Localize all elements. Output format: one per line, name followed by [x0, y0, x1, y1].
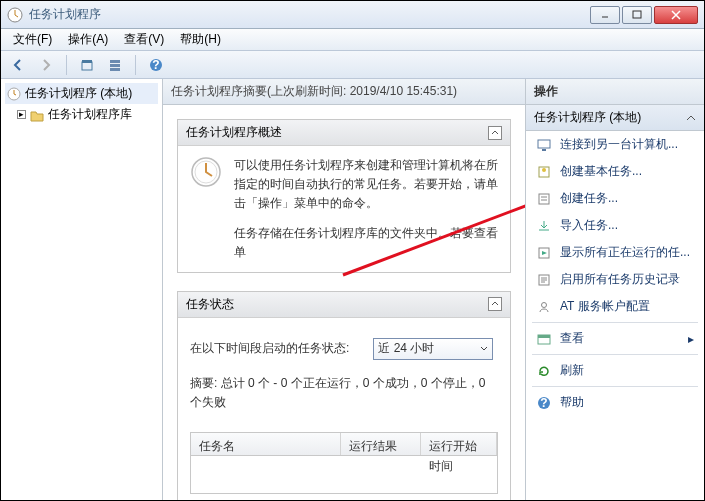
title-bar: 任务计划程序: [1, 1, 704, 29]
menu-view[interactable]: 查看(V): [116, 29, 172, 50]
large-clock-icon: [190, 156, 222, 188]
action-item-1[interactable]: 创建基本任务...: [526, 158, 704, 185]
computer-icon: [536, 137, 552, 153]
svg-rect-6: [110, 64, 120, 67]
clock-icon: [7, 87, 21, 101]
menu-help[interactable]: 帮助(H): [172, 29, 229, 50]
overview-text-2a: 任务存储在任务计划程序库的文件夹中。若要查看单: [234, 224, 498, 262]
status-label: 在以下时间段启动的任务状态:: [190, 339, 349, 358]
action-help[interactable]: ? 帮助: [526, 389, 704, 416]
status-panel: 任务状态 在以下时间段启动的任务状态: 近 24 小时 摘要: 总计 0 个 -…: [177, 291, 511, 500]
action-item-0[interactable]: 连接到另一台计算机...: [526, 131, 704, 158]
svg-rect-7: [110, 68, 120, 71]
action-item-6[interactable]: AT 服务帐户配置: [526, 293, 704, 320]
timeframe-combo[interactable]: 近 24 小时: [373, 338, 493, 360]
close-button[interactable]: [654, 6, 698, 24]
action-refresh[interactable]: 刷新: [526, 357, 704, 384]
folder-icon: [30, 108, 44, 122]
action-item-2[interactable]: 创建任务...: [526, 185, 704, 212]
col-start[interactable]: 运行开始时间: [421, 433, 497, 455]
help-icon[interactable]: ?: [145, 54, 167, 76]
wizard-icon: [536, 164, 552, 180]
running-icon: [536, 245, 552, 261]
actions-panel: 操作 任务计划程序 (本地) 连接到另一台计算机...创建基本任务...创建任务…: [526, 79, 704, 500]
svg-rect-4: [82, 60, 92, 63]
col-name[interactable]: 任务名: [191, 433, 341, 455]
center-panel: 任务计划程序摘要(上次刷新时间: 2019/4/10 15:45:31) 任务计…: [163, 79, 526, 500]
help-icon: ?: [536, 395, 552, 411]
actions-title: 操作: [526, 79, 704, 105]
tree-root[interactable]: 任务计划程序 (本地): [5, 83, 158, 104]
menu-file[interactable]: 文件(F): [5, 29, 60, 50]
toolbar: ?: [1, 51, 704, 79]
action-view[interactable]: 查看 ▸: [526, 325, 704, 352]
actions-subtitle: 任务计划程序 (本地): [526, 105, 704, 131]
svg-rect-2: [633, 11, 641, 18]
collapse-button-2[interactable]: [488, 297, 502, 311]
action-item-5[interactable]: 启用所有任务历史记录: [526, 266, 704, 293]
svg-text:?: ?: [540, 396, 547, 410]
svg-rect-23: [538, 335, 550, 338]
overview-title: 任务计划程序概述: [186, 124, 282, 141]
action-item-4[interactable]: 显示所有正在运行的任...: [526, 239, 704, 266]
view-icon: [536, 331, 552, 347]
history-icon: [536, 272, 552, 288]
tree-child-label: 任务计划程序库: [48, 106, 132, 123]
tree-panel: 任务计划程序 (本地) ▸ 任务计划程序库: [1, 79, 163, 500]
chevron-down-icon: [480, 345, 488, 353]
toolbar-icon-1[interactable]: [76, 54, 98, 76]
overview-panel: 任务计划程序概述 可以使用任务计划程序来创建和管理计算机将在所指定的时间自动执行…: [177, 119, 511, 273]
svg-point-21: [542, 302, 547, 307]
tree-root-label: 任务计划程序 (本地): [25, 85, 132, 102]
combo-value: 近 24 小时: [378, 339, 434, 358]
chevron-up-icon: [686, 113, 696, 123]
minimize-button[interactable]: [590, 6, 620, 24]
back-button[interactable]: [7, 54, 29, 76]
action-item-3[interactable]: 导入任务...: [526, 212, 704, 239]
account-icon: [536, 299, 552, 315]
col-result[interactable]: 运行结果: [341, 433, 421, 455]
refresh-icon: [536, 363, 552, 379]
summary-header: 任务计划程序摘要(上次刷新时间: 2019/4/10 15:45:31): [163, 79, 525, 105]
overview-text-1: 可以使用任务计划程序来创建和管理计算机将在所指定的时间自动执行的常见任务。若要开…: [234, 156, 498, 214]
svg-rect-15: [542, 149, 546, 151]
forward-button[interactable]: [35, 54, 57, 76]
menu-bar: 文件(F) 操作(A) 查看(V) 帮助(H): [1, 29, 704, 51]
app-icon: [7, 7, 23, 23]
task-icon: [536, 191, 552, 207]
svg-rect-18: [539, 194, 549, 204]
svg-rect-5: [110, 60, 120, 63]
maximize-button[interactable]: [622, 6, 652, 24]
expand-icon[interactable]: ▸: [17, 110, 26, 119]
table-header: 任务名 运行结果 运行开始时间: [190, 432, 498, 456]
toolbar-icon-2[interactable]: [104, 54, 126, 76]
svg-rect-14: [538, 140, 550, 148]
menu-action[interactable]: 操作(A): [60, 29, 116, 50]
status-summary: 摘要: 总计 0 个 - 0 个正在运行，0 个成功，0 个停止，0 个失败: [190, 374, 498, 412]
svg-text:?: ?: [152, 58, 159, 72]
svg-rect-3: [82, 62, 92, 70]
collapse-button[interactable]: [488, 126, 502, 140]
tree-child[interactable]: ▸ 任务计划程序库: [5, 104, 158, 125]
import-icon: [536, 218, 552, 234]
svg-point-17: [542, 168, 546, 172]
window-title: 任务计划程序: [29, 6, 590, 23]
status-title: 任务状态: [186, 296, 234, 313]
